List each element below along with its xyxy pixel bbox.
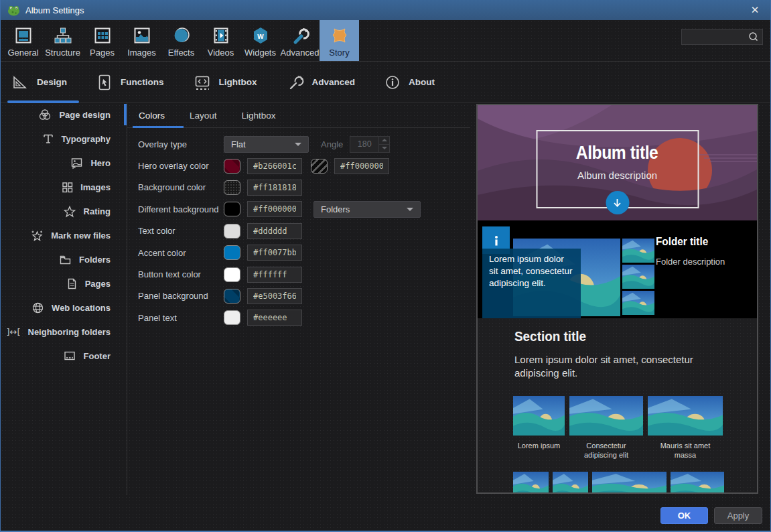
sidebar-item-typography[interactable]: Typography <box>1 127 127 151</box>
hex-input[interactable] <box>247 267 302 283</box>
sidebar-label: Folders <box>79 255 111 265</box>
mini-thumb[interactable] <box>622 265 654 289</box>
window-title: Album Settings <box>25 5 84 15</box>
mini-thumb[interactable] <box>622 291 654 315</box>
tab-design[interactable]: Design <box>11 74 67 90</box>
search-input[interactable] <box>682 32 747 42</box>
subtab-lightbox[interactable]: Lightbox <box>242 111 276 121</box>
sidebar-item-web-locations[interactable]: Web locations <box>1 295 127 320</box>
hex-input[interactable] <box>247 180 302 196</box>
sidebar-item-images[interactable]: Images <box>1 175 127 199</box>
tab-functions[interactable]: Functions <box>96 74 164 91</box>
hex-input[interactable] <box>247 201 302 217</box>
sidebar-item-footer[interactable]: Footer <box>1 344 127 368</box>
preview-section: Section title Lorem ipsum dolor sit amet… <box>478 318 757 494</box>
sidebar-item-pages[interactable]: Pages <box>1 271 127 295</box>
thumbnail-row: Lorem ipsum Consectetur adipiscing elit … <box>513 396 723 460</box>
thumbnail-image <box>513 396 565 436</box>
hex-input[interactable] <box>334 158 389 174</box>
sidebar-item-page-design[interactable]: Page design <box>1 103 127 127</box>
toolbar-item-images[interactable]: Images <box>122 20 161 61</box>
angle-label: Angle <box>321 139 343 149</box>
overlay-type-select[interactable]: Flat <box>224 136 309 153</box>
field-label: Text color <box>138 226 224 236</box>
field-label: Different background <box>138 204 224 214</box>
effects-icon <box>171 24 192 47</box>
color-swatch[interactable] <box>224 159 240 174</box>
hex-input[interactable] <box>247 245 302 261</box>
preview-folder-strip: Lorem ipsum dolor sit amet, consectetur … <box>478 220 757 318</box>
scroll-down-button[interactable] <box>606 191 629 214</box>
sidebar-item-neighboring-folders[interactable]: ]↔[ Neighboring folders <box>1 320 127 344</box>
button-text-color-row: Button text color <box>127 263 470 285</box>
tab-label: Design <box>37 77 67 87</box>
color-swatch[interactable] <box>224 224 240 239</box>
color-swatch-disabled[interactable] <box>311 159 328 174</box>
thumbnail-caption: Mauris sit amet massa <box>655 441 715 460</box>
toolbar-item-general[interactable]: General <box>3 20 43 61</box>
star-icon <box>63 205 76 218</box>
sidebar-item-hero[interactable]: Hero <box>1 151 127 175</box>
thumbnail-image <box>569 396 643 436</box>
sidebar-label: Mark new files <box>51 230 111 241</box>
sidebar-label: Page design <box>59 110 111 120</box>
hex-input[interactable] <box>247 310 302 326</box>
toolbar-item-advanced[interactable]: Advanced <box>280 20 320 61</box>
lightbox-icon <box>194 74 211 91</box>
spinner-up-icon[interactable] <box>379 137 389 145</box>
thumbnail-image[interactable] <box>513 472 549 494</box>
ok-button[interactable]: OK <box>660 507 708 524</box>
toolbar-item-videos[interactable]: Videos <box>201 20 240 61</box>
sidebar-item-mark-new-files[interactable]: Mark new files <box>1 223 127 247</box>
accent-color-row: Accent color <box>127 242 470 263</box>
toolbar-item-widgets[interactable]: w Widgets <box>240 20 280 61</box>
advanced-wrench-icon <box>290 24 310 47</box>
folder-mini-thumbs <box>622 239 654 315</box>
tab-lightbox[interactable]: Lightbox <box>194 74 257 91</box>
spinner-down-icon[interactable] <box>379 145 389 152</box>
toolbar-item-story[interactable]: Story <box>320 20 359 61</box>
subtab-layout[interactable]: Layout <box>190 111 217 121</box>
color-swatch[interactable] <box>224 180 240 195</box>
sidebar-item-rating[interactable]: Rating <box>1 199 127 223</box>
hex-input[interactable] <box>247 288 302 304</box>
thumbnail-cell[interactable]: Lorem ipsum <box>513 396 565 460</box>
thumbnail-cell[interactable]: Consectetur adipiscing elit <box>569 396 643 460</box>
mini-thumb[interactable] <box>622 239 654 263</box>
toolbar-label: Widgets <box>244 48 276 58</box>
tab-label: Functions <box>121 77 164 87</box>
thumbnail-caption: Consectetur adipiscing elit <box>574 441 638 460</box>
toolbar-label: Pages <box>90 48 115 58</box>
tab-about[interactable]: About <box>384 74 435 90</box>
toolbar-item-effects[interactable]: Effects <box>161 20 201 61</box>
toolbar-item-structure[interactable]: Structure <box>43 20 82 61</box>
apply-button[interactable]: Apply <box>714 507 762 524</box>
color-swatch[interactable] <box>224 310 240 325</box>
angle-spinner[interactable]: 180 <box>350 136 390 153</box>
tab-advanced[interactable]: Advanced <box>287 74 356 91</box>
thumbnail-image[interactable] <box>671 472 724 494</box>
thumbnail-image[interactable] <box>553 472 588 494</box>
color-swatch[interactable] <box>224 245 240 260</box>
hex-input[interactable] <box>247 223 302 239</box>
thumbnail-cell[interactable]: Mauris sit amet massa <box>648 396 723 460</box>
hex-input[interactable] <box>247 158 302 174</box>
different-background-select[interactable]: Folders <box>313 201 421 218</box>
color-swatch[interactable] <box>224 267 240 282</box>
toolbar-label: Effects <box>168 48 195 58</box>
toolbar-item-pages[interactable]: Pages <box>82 20 122 61</box>
active-subtab-underline <box>133 126 184 128</box>
thumbnail-image[interactable] <box>592 472 667 494</box>
sidebar-label: Web locations <box>52 303 111 313</box>
color-swatch[interactable] <box>224 202 240 216</box>
sidebar-item-folders[interactable]: Folders <box>1 247 127 271</box>
folder-icon <box>59 254 72 265</box>
search-box <box>681 29 763 45</box>
page-design-form: Colors Layout Lightbox Overlay type Flat… <box>127 103 470 329</box>
color-swatch[interactable] <box>224 289 240 304</box>
story-skin-icon <box>330 24 350 47</box>
close-button[interactable]: ✕ <box>748 3 762 17</box>
search-icon[interactable] <box>747 31 760 43</box>
folder-overlay-panel: Lorem ipsum dolor sit amet, consectetur … <box>482 249 581 324</box>
subtab-colors[interactable]: Colors <box>139 111 165 121</box>
